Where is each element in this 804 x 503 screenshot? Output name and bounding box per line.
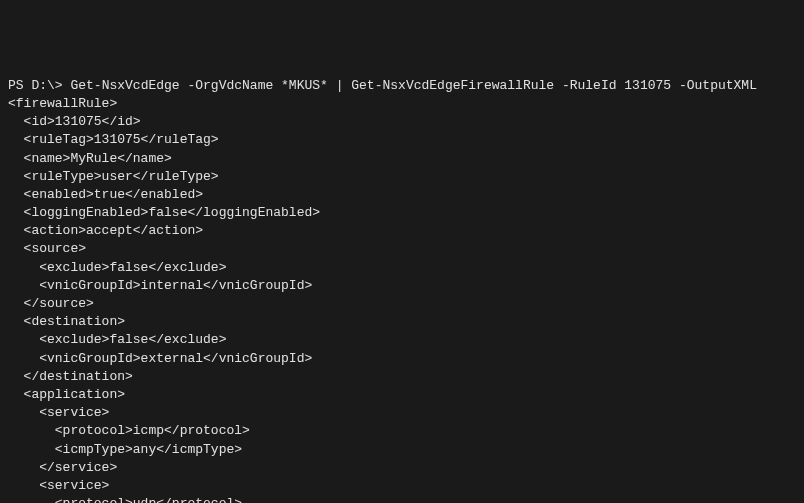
output-line: <service>	[8, 404, 796, 422]
output-line: <protocol>icmp</protocol>	[8, 422, 796, 440]
prompt: PS D:\>	[8, 78, 70, 93]
output-line: <application>	[8, 386, 796, 404]
terminal-output[interactable]: PS D:\> Get-NsxVcdEdge -OrgVdcName *MKUS…	[8, 77, 796, 503]
output-line: <name>MyRule</name>	[8, 150, 796, 168]
output-line: <source>	[8, 240, 796, 258]
output-line: </destination>	[8, 368, 796, 386]
command-line: PS D:\> Get-NsxVcdEdge -OrgVdcName *MKUS…	[8, 77, 796, 95]
output-line: <action>accept</action>	[8, 222, 796, 240]
output-line: </service>	[8, 459, 796, 477]
output-line: <exclude>false</exclude>	[8, 259, 796, 277]
output-line: <firewallRule>	[8, 95, 796, 113]
output-line: <service>	[8, 477, 796, 495]
output-line: <ruleTag>131075</ruleTag>	[8, 131, 796, 149]
output-line: <id>131075</id>	[8, 113, 796, 131]
xml-output: <firewallRule> <id>131075</id> <ruleTag>…	[8, 95, 796, 503]
command-text: Get-NsxVcdEdge -OrgVdcName *MKUS* | Get-…	[70, 78, 757, 93]
output-line: <loggingEnabled>false</loggingEnabled>	[8, 204, 796, 222]
output-line: <protocol>udp</protocol>	[8, 495, 796, 503]
output-line: <ruleType>user</ruleType>	[8, 168, 796, 186]
output-line: <enabled>true</enabled>	[8, 186, 796, 204]
output-line: <destination>	[8, 313, 796, 331]
output-line: <icmpType>any</icmpType>	[8, 441, 796, 459]
output-line: </source>	[8, 295, 796, 313]
output-line: <exclude>false</exclude>	[8, 331, 796, 349]
output-line: <vnicGroupId>external</vnicGroupId>	[8, 350, 796, 368]
output-line: <vnicGroupId>internal</vnicGroupId>	[8, 277, 796, 295]
